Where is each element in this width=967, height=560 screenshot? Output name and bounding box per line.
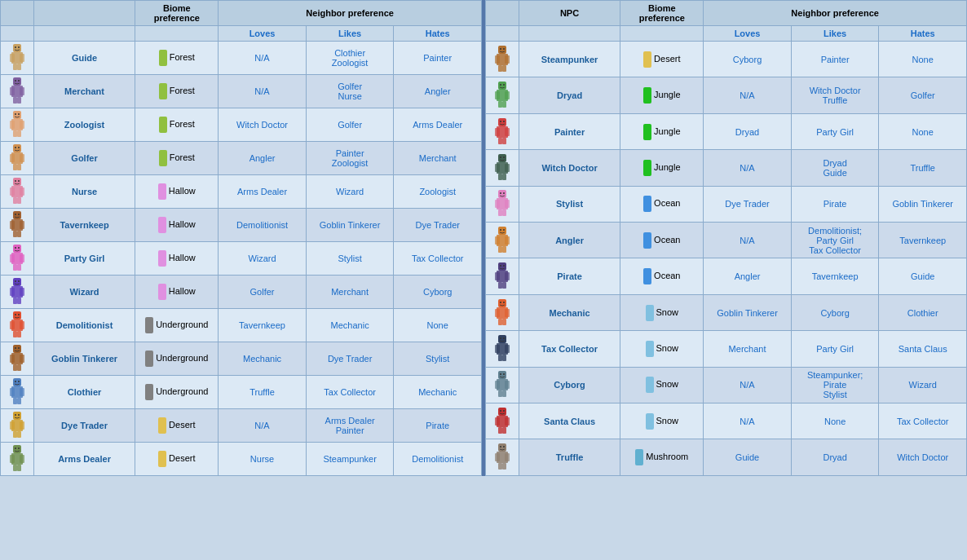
svg-point-7 [15, 46, 16, 48]
svg-point-8 [18, 46, 20, 48]
biome-name: Ocean [654, 198, 680, 208]
loves-cell: Angler [219, 142, 307, 175]
hates-cell: Truffle [879, 150, 967, 186]
hates-cell: Painter [394, 42, 482, 75]
svg-rect-218 [495, 453, 500, 461]
npc-name-cell: Arms Dealer [33, 443, 135, 476]
svg-rect-77 [17, 331, 21, 337]
left-npc-header [33, 1, 135, 26]
svg-rect-193 [498, 355, 502, 361]
svg-point-87 [13, 345, 21, 353]
svg-rect-95 [17, 398, 21, 404]
loves-cell: Angler [704, 258, 792, 294]
table-row: ClothierUndergroundTruffleTax CollectorM… [1, 376, 482, 409]
npc-sprite [1, 142, 34, 175]
table-row: NurseHallowArms DealerWizardZoologist [1, 175, 482, 209]
svg-point-124 [500, 48, 501, 50]
right-loves-header: Loves [704, 26, 792, 42]
svg-point-205 [500, 373, 501, 375]
hates-cell: Tax Collector [394, 242, 482, 276]
svg-rect-128 [495, 91, 500, 99]
left-sub-biome [135, 26, 219, 42]
svg-point-196 [500, 337, 501, 339]
svg-rect-176 [502, 282, 506, 289]
hates-cell: Golfer [879, 77, 967, 113]
svg-rect-11 [10, 87, 15, 95]
npc-name-cell: Angler [519, 223, 620, 258]
table-row: Party GirlHallowWizardStylistTax Collect… [1, 242, 482, 276]
svg-point-152 [503, 157, 505, 158]
svg-rect-164 [495, 236, 500, 245]
svg-rect-5 [17, 64, 21, 70]
table-row: TavernkeepHallowDemolitionistGoblin Tink… [1, 209, 482, 242]
svg-point-62 [18, 247, 20, 249]
right-hates-header: Hates [879, 26, 967, 42]
svg-rect-140 [502, 138, 506, 144]
svg-point-115 [15, 448, 16, 449]
svg-point-170 [503, 229, 505, 231]
npc-sprite [486, 186, 519, 222]
npc-sprite [486, 439, 519, 476]
svg-rect-194 [502, 355, 506, 361]
loves-cell: N/A [704, 367, 792, 403]
svg-point-24 [13, 111, 21, 119]
npc-sprite [486, 150, 519, 186]
svg-rect-83 [10, 355, 15, 363]
biome-cell: Hallow [135, 242, 219, 276]
svg-rect-148 [498, 174, 502, 180]
loves-cell: N/A [704, 77, 792, 113]
svg-point-53 [18, 214, 20, 215]
biome-cell: Hallow [135, 175, 219, 209]
table-row: MechanicSnowGoblin TinkererCyborgClothie… [486, 294, 967, 330]
left-likes-header: Likes [306, 26, 394, 42]
svg-point-214 [500, 410, 501, 412]
svg-rect-220 [498, 463, 502, 470]
svg-rect-182 [495, 309, 500, 317]
biome-name: Ocean [654, 271, 680, 280]
npc-sprite [1, 42, 34, 75]
svg-point-151 [500, 157, 501, 158]
left-neighbor-header: Neighbor preference [219, 1, 482, 26]
biome-cell: Snow [620, 294, 704, 330]
npc-sprite [1, 309, 34, 342]
svg-point-17 [18, 80, 20, 82]
hates-cell: Merchant [394, 142, 482, 175]
svg-rect-184 [498, 319, 502, 325]
biome-cell: Desert [135, 443, 219, 476]
biome-name: Ocean [654, 235, 680, 245]
right-table: NPC Biomepreference Neighbor preference … [485, 0, 967, 476]
biome-cell: Ocean [620, 258, 704, 294]
svg-rect-21 [20, 121, 24, 129]
svg-rect-103 [13, 431, 17, 438]
svg-point-134 [503, 84, 505, 86]
svg-rect-121 [498, 65, 502, 72]
left-loves-header: Loves [219, 26, 307, 42]
right-sub-npc [519, 26, 620, 42]
hates-cell: Dye Trader [394, 209, 482, 242]
svg-rect-56 [10, 254, 15, 262]
biome-cell: Underground [135, 376, 219, 409]
likes-cell: Steampunker;PirateStylist [791, 367, 879, 403]
npc-name-cell: Nurse [33, 175, 135, 209]
svg-point-61 [15, 247, 16, 249]
svg-rect-85 [13, 364, 17, 371]
svg-rect-40 [13, 197, 17, 204]
left-sub-sprite [1, 26, 34, 42]
likes-cell: Stylist [306, 242, 394, 276]
svg-point-26 [18, 113, 20, 115]
hates-cell: Pirate [394, 409, 482, 443]
svg-rect-165 [505, 236, 510, 245]
npc-sprite [486, 367, 519, 403]
svg-rect-4 [13, 64, 17, 70]
svg-point-80 [18, 314, 20, 315]
loves-cell: Tavernkeep [219, 309, 307, 342]
svg-rect-166 [498, 246, 502, 253]
svg-point-159 [498, 190, 506, 198]
npc-sprite [486, 77, 519, 113]
biome-name: Snow [656, 416, 679, 426]
biome-cell: Forest [135, 108, 219, 142]
npc-sprite [1, 342, 34, 376]
right-sub-sprite [486, 26, 519, 42]
left-hates-header: Hates [394, 26, 482, 42]
loves-cell: N/A [704, 223, 792, 258]
